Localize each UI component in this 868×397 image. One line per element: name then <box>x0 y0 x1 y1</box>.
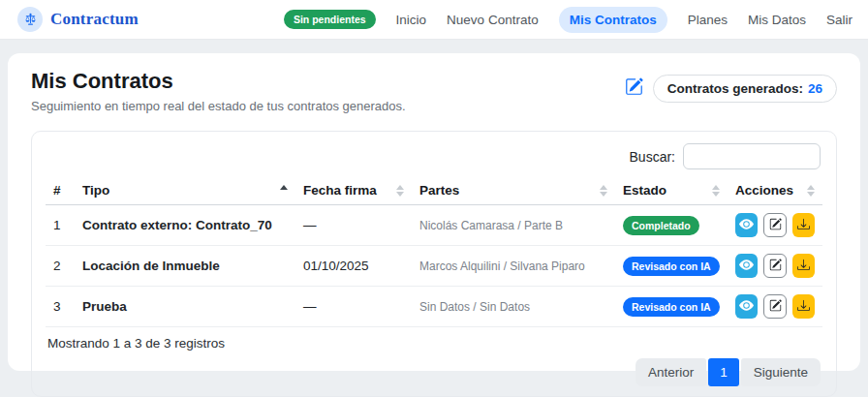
row-number: 2 <box>46 246 75 287</box>
status-badge: Completado <box>623 216 699 235</box>
pending-status-badge: Sin pendientes <box>284 10 376 29</box>
edit-button[interactable] <box>763 254 787 278</box>
view-button[interactable] <box>735 294 758 319</box>
nav-item-salir[interactable]: Salir <box>826 13 852 27</box>
scales-icon <box>17 7 43 32</box>
contract-parties: Nicolás Camarasa / Parte B <box>412 205 615 246</box>
edit-button[interactable] <box>763 213 787 237</box>
contracts-card: Mis Contratos Seguimiento en tiempo real… <box>8 53 860 371</box>
pagination-page-1-button[interactable]: 1 <box>708 358 739 386</box>
page-title: Mis Contratos <box>31 69 406 94</box>
column-header-tipo[interactable]: Tipo <box>75 177 295 205</box>
eye-icon <box>739 258 754 275</box>
contract-parties: Sin Datos / Sin Datos <box>412 287 615 327</box>
table-info: Mostrando 1 a 3 de 3 registros <box>47 336 821 351</box>
contract-type: Contrato externo: Contrato_70 <box>75 205 295 246</box>
table-row: 2 Locación de Inmueble 01/10/2025 Marcos… <box>46 246 822 287</box>
contract-parties: Marcos Alquilini / Silvana Piparo <box>412 246 615 287</box>
eye-icon <box>739 298 754 316</box>
nav-links: Sin pendientes Inicio Nuevo Contrato Mis… <box>284 7 852 33</box>
column-header-acciones[interactable]: Acciones <box>728 177 822 205</box>
pencil-square-icon <box>769 259 782 274</box>
nav-item-mis-contratos[interactable]: Mis Contratos <box>559 7 667 33</box>
download-icon <box>797 218 810 233</box>
contract-date: 01/10/2025 <box>295 246 412 287</box>
contract-type: Locación de Inmueble <box>75 246 295 287</box>
contracts-table: # Tipo Fecha firma Partes <box>46 177 822 327</box>
column-header-fecha-firma[interactable]: Fecha firma <box>295 177 412 205</box>
sort-icon <box>600 185 607 197</box>
page-subtitle: Seguimiento en tiempo real del estado de… <box>31 99 406 113</box>
status-badge: Revisado con IA <box>623 297 720 317</box>
contract-date: — <box>295 287 412 327</box>
column-header-num: # <box>46 177 75 205</box>
counter-label: Contratos generados: <box>667 81 803 96</box>
brand-name[interactable]: Contractum <box>50 10 139 29</box>
pencil-square-icon <box>769 218 782 233</box>
download-button[interactable] <box>792 294 815 319</box>
view-button[interactable] <box>735 213 758 237</box>
row-number: 1 <box>46 205 75 246</box>
search-label: Buscar: <box>630 149 675 165</box>
contracts-table-panel: Buscar: # Tipo Fecha firma <box>31 131 837 397</box>
download-icon <box>797 259 810 274</box>
edit-button[interactable] <box>763 294 787 319</box>
top-navbar: Contractum Sin pendientes Inicio Nuevo C… <box>0 0 868 40</box>
nav-item-inicio[interactable]: Inicio <box>396 13 427 27</box>
pagination-next-button[interactable]: Siguiente <box>741 358 821 386</box>
nav-item-nuevo-contrato[interactable]: Nuevo Contrato <box>447 13 539 27</box>
row-number: 3 <box>46 287 75 327</box>
table-row: 1 Contrato externo: Contrato_70 — Nicolá… <box>46 205 822 246</box>
nav-item-mis-datos[interactable]: Mis Datos <box>748 13 806 27</box>
sort-icon <box>712 185 720 197</box>
download-button[interactable] <box>792 254 815 278</box>
search-input[interactable] <box>683 143 821 169</box>
view-button[interactable] <box>735 254 758 278</box>
column-header-partes[interactable]: Partes <box>412 177 615 205</box>
sort-icon <box>396 185 404 197</box>
counter-value: 26 <box>808 81 822 96</box>
table-row: 3 Prueba — Sin Datos / Sin Datos Revisad… <box>46 287 822 327</box>
brand[interactable]: Contractum <box>17 7 139 32</box>
pagination: Anterior 1 Siguiente <box>636 358 821 386</box>
download-button[interactable] <box>792 213 815 237</box>
sort-icon <box>807 185 815 197</box>
sort-asc-icon <box>280 185 288 197</box>
download-icon <box>797 299 810 315</box>
page-heading: Mis Contratos Seguimiento en tiempo real… <box>31 67 406 113</box>
file-edit-icon <box>625 77 643 100</box>
contract-date: — <box>295 205 412 246</box>
contract-type: Prueba <box>75 287 295 327</box>
nav-item-planes[interactable]: Planes <box>688 13 728 27</box>
eye-icon <box>739 217 754 234</box>
contracts-counter-pill: Contratos generados: 26 <box>653 75 837 103</box>
column-header-estado[interactable]: Estado <box>615 177 728 205</box>
status-badge: Revisado con IA <box>623 257 720 276</box>
pagination-prev-button[interactable]: Anterior <box>636 358 706 386</box>
pencil-square-icon <box>769 299 782 315</box>
